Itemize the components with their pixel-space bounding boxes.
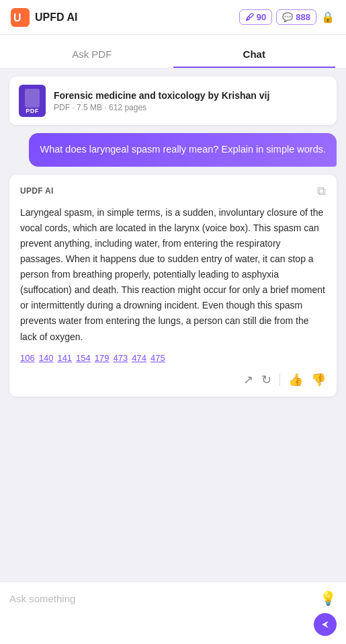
ai-label: UPDF AI [20,186,54,196]
thumbs-up-icon[interactable]: 👍 [288,372,303,387]
messages-icon: 💬 [282,12,293,22]
send-icon [320,619,331,630]
page-ref[interactable]: 154 [76,353,91,363]
lock-icon[interactable]: 🔒 [320,10,335,25]
badge-points[interactable]: 🖊 90 [239,9,272,25]
ai-actions: ↗ ↻ 👍 👎 [20,372,326,387]
header: U UPFD AI 🖊 90 💬 888 🔒 [0,0,346,35]
pdf-thumbnail [19,85,46,117]
page-references: 106140141154179473474475 [20,353,326,363]
ai-card-header: UPDF AI ⧉ [20,184,326,198]
ask-input[interactable] [9,593,313,604]
user-message: What does laryngeal spasm really mean? E… [29,133,337,167]
pdf-title: Forensic medicine and toxicology by Kris… [54,90,327,101]
badge-points-value: 90 [257,12,266,22]
page-ref[interactable]: 141 [57,353,72,363]
thumbs-down-icon[interactable]: 👎 [311,372,326,387]
svg-text:U: U [13,12,21,24]
tab-ask-pdf[interactable]: Ask PDF [11,42,173,68]
input-row: 💡 [9,590,337,606]
tab-bar: Ask PDF Chat [0,35,346,69]
external-link-icon[interactable]: ↗ [243,372,253,387]
logo: U UPFD AI [11,8,77,27]
badge-messages[interactable]: 💬 888 [276,9,316,25]
refresh-icon[interactable]: ↻ [261,372,271,387]
pdf-card[interactable]: Forensic medicine and toxicology by Kris… [9,77,337,125]
page-ref[interactable]: 474 [132,353,146,363]
points-icon: 🖊 [245,12,254,22]
header-badges: 🖊 90 💬 888 🔒 [239,9,335,25]
send-button[interactable] [314,613,337,636]
bulb-icon[interactable]: 💡 [320,590,337,606]
action-divider [279,374,280,386]
page-ref[interactable]: 106 [20,353,35,363]
ai-response-text: Laryngeal spasm, in simple terms, is a s… [20,205,326,345]
input-area: 💡 [0,581,346,644]
page-ref[interactable]: 475 [150,353,165,363]
content-area: Forensic medicine and toxicology by Kris… [0,69,346,581]
page-ref[interactable]: 140 [39,353,54,363]
copy-icon[interactable]: ⧉ [317,184,326,198]
page-ref[interactable]: 179 [95,353,110,363]
pdf-meta: PDF · 7.5 MB · 612 pages [54,103,327,112]
updf-logo-icon: U [11,8,30,27]
pdf-info: Forensic medicine and toxicology by Kris… [54,90,327,112]
ai-response-card: UPDF AI ⧉ Laryngeal spasm, in simple ter… [9,175,337,397]
page-ref[interactable]: 473 [114,353,128,363]
badge-messages-value: 888 [296,12,310,22]
logo-text: UPFD AI [35,11,77,24]
tab-chat[interactable]: Chat [173,42,336,68]
input-bottom [9,613,337,636]
